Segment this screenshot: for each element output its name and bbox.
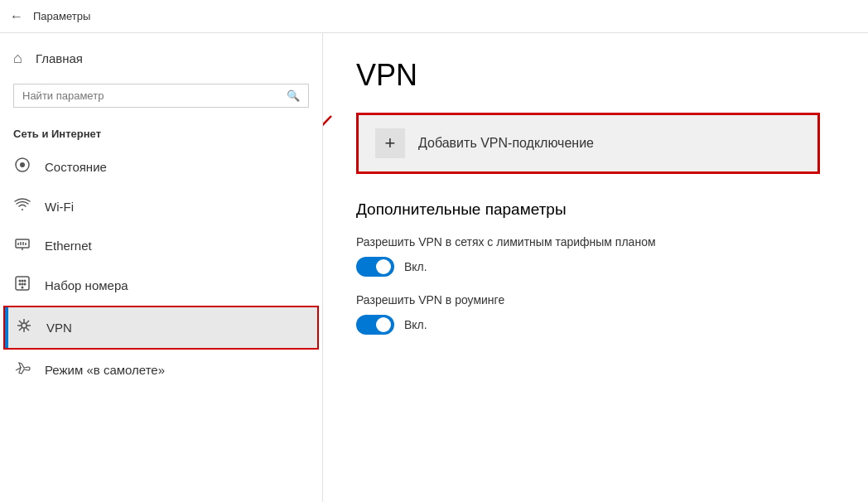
sidebar: ⌂ Главная 🔍 Сеть и Интернет Состояние bbox=[0, 33, 323, 502]
back-button[interactable]: ← bbox=[10, 9, 23, 24]
ethernet-label: Ethernet bbox=[45, 239, 92, 253]
svg-point-16 bbox=[22, 323, 27, 328]
setting-limited-toggle-row: Вкл. bbox=[356, 257, 835, 277]
home-icon: ⌂ bbox=[13, 50, 22, 67]
wifi-label: Wi-Fi bbox=[45, 200, 74, 214]
setting-roaming-toggle-row: Вкл. bbox=[356, 315, 835, 335]
airplane-label: Режим «в самолете» bbox=[45, 363, 165, 377]
add-vpn-plus-icon: + bbox=[375, 128, 405, 158]
app-title: Параметры bbox=[33, 10, 90, 22]
sidebar-section-title: Сеть и Интернет bbox=[0, 121, 322, 147]
svg-line-23 bbox=[27, 321, 30, 324]
svg-point-13 bbox=[22, 283, 24, 286]
additional-settings-section: Дополнительные параметры Разрешить VPN в… bbox=[356, 200, 835, 335]
svg-point-15 bbox=[22, 287, 24, 289]
svg-point-14 bbox=[24, 283, 27, 286]
limited-toggle-label: Вкл. bbox=[404, 260, 427, 273]
sidebar-item-ethernet[interactable]: Ethernet bbox=[0, 226, 322, 265]
status-label: Состояние bbox=[45, 160, 107, 174]
svg-line-26 bbox=[323, 116, 331, 340]
svg-point-10 bbox=[22, 280, 24, 282]
svg-point-12 bbox=[19, 283, 22, 286]
svg-point-9 bbox=[19, 280, 22, 282]
setting-roaming-label: Разрешить VPN в роуминге bbox=[356, 293, 835, 307]
svg-point-11 bbox=[24, 280, 27, 282]
svg-line-24 bbox=[19, 328, 22, 331]
setting-limited-label: Разрешить VPN в сетях с лимитным тарифны… bbox=[356, 235, 835, 249]
search-box: 🔍 bbox=[13, 84, 309, 108]
status-icon bbox=[13, 157, 31, 177]
add-vpn-button[interactable]: + Добавить VPN-подключение bbox=[356, 113, 820, 174]
main-content: ⌂ Главная 🔍 Сеть и Интернет Состояние bbox=[0, 33, 868, 502]
dialup-icon bbox=[13, 275, 31, 296]
svg-line-21 bbox=[19, 321, 22, 324]
sidebar-item-dialup[interactable]: Набор номера bbox=[0, 265, 322, 306]
wifi-icon bbox=[13, 197, 31, 216]
sidebar-item-status[interactable]: Состояние bbox=[0, 147, 322, 187]
vpn-label: VPN bbox=[46, 321, 72, 335]
vpn-icon bbox=[15, 317, 33, 338]
additional-settings-title: Дополнительные параметры bbox=[356, 200, 835, 219]
search-input[interactable] bbox=[22, 89, 287, 102]
sidebar-item-home[interactable]: ⌂ Главная bbox=[0, 40, 322, 77]
roaming-toggle-label: Вкл. bbox=[404, 318, 427, 331]
svg-line-22 bbox=[27, 328, 30, 331]
content-area: VPN + Добавить VPN-подключение Дополните… bbox=[323, 33, 868, 502]
setting-roaming: Разрешить VPN в роуминге Вкл. bbox=[356, 293, 835, 335]
ethernet-icon bbox=[13, 236, 31, 255]
sidebar-item-vpn[interactable]: VPN bbox=[3, 306, 319, 350]
add-vpn-label: Добавить VPN-подключение bbox=[418, 136, 594, 151]
roaming-toggle[interactable] bbox=[356, 315, 394, 335]
page-title: VPN bbox=[356, 58, 835, 93]
limited-toggle[interactable] bbox=[356, 257, 394, 277]
sidebar-item-wifi[interactable]: Wi-Fi bbox=[0, 187, 322, 226]
back-arrow-icon: ← bbox=[10, 9, 23, 24]
title-bar: ← Параметры bbox=[0, 0, 868, 33]
airplane-icon bbox=[13, 360, 31, 380]
app-window: ← Параметры ⌂ Главная 🔍 Сеть и Интернет bbox=[0, 0, 868, 502]
setting-limited: Разрешить VPN в сетях с лимитным тарифны… bbox=[356, 235, 835, 277]
sidebar-home-label: Главная bbox=[36, 51, 83, 65]
sidebar-item-airplane[interactable]: Режим «в самолете» bbox=[0, 350, 322, 390]
dialup-label: Набор номера bbox=[45, 278, 128, 292]
search-icon: 🔍 bbox=[287, 89, 300, 102]
svg-point-1 bbox=[20, 162, 25, 167]
